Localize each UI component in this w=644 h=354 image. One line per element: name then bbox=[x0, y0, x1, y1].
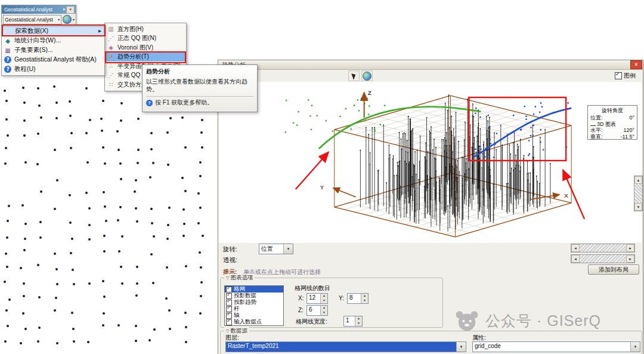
data-point bbox=[168, 207, 171, 209]
y-gridlines-spinner[interactable]: 8 ▲▼ bbox=[347, 293, 369, 304]
perspective-label: 透视: bbox=[223, 256, 237, 264]
data-point bbox=[6, 236, 8, 239]
slider-up-icon[interactable]: ▲ bbox=[634, 176, 642, 184]
chart-option-输入数据点[interactable]: ✓输入数据点 bbox=[225, 319, 283, 325]
vertical-rotation-slider[interactable]: ▲▼ bbox=[634, 176, 643, 211]
menu-item-label: 探索数据(X) bbox=[15, 27, 48, 35]
attribute-dropdown[interactable]: grid_code ▼ bbox=[472, 341, 640, 352]
chevron-down-icon[interactable]: ▾ bbox=[73, 17, 75, 21]
data-point bbox=[56, 283, 58, 285]
toolbar-title: Geostatistical Analyst bbox=[4, 7, 61, 13]
data-point bbox=[104, 162, 106, 165]
geostatistical-analyst-menu-button[interactable]: Geostatistical Analyst ▾ bbox=[3, 15, 61, 24]
data-point bbox=[182, 235, 185, 237]
legend-row: 水平:120° bbox=[588, 127, 637, 134]
data-point bbox=[105, 220, 107, 222]
data-point bbox=[181, 116, 184, 119]
chevron-down-icon[interactable]: ▼ bbox=[630, 342, 640, 352]
subset-icon: ▦ bbox=[3, 47, 13, 54]
chevron-down-icon[interactable]: ▼ bbox=[283, 244, 293, 254]
data-point bbox=[37, 340, 39, 343]
data-point bbox=[24, 328, 27, 330]
globe-icon[interactable] bbox=[361, 70, 373, 81]
data-point bbox=[137, 162, 139, 164]
menu-item-tutorial[interactable]: ?教程(U) bbox=[2, 64, 104, 74]
spin-up-icon: ▲ bbox=[361, 294, 368, 298]
data-point bbox=[5, 100, 8, 102]
data-point bbox=[185, 341, 187, 343]
chart-options-list[interactable]: ✓格网✓投影数据✓投影趋势✓杆✓轴✓输入数据点 bbox=[224, 285, 284, 326]
pointer-tool-icon[interactable] bbox=[348, 70, 360, 81]
menu-item-normal-qq-plot[interactable]: ⋰正态 QQ 图(N) bbox=[105, 34, 186, 44]
chevron-down-icon: ▾ bbox=[58, 17, 60, 21]
menu-item-subset-features[interactable]: ▦子集要素(S)... bbox=[2, 45, 104, 55]
data-point bbox=[169, 117, 172, 119]
toolbar-titlebar[interactable]: Geostatistical Analyst ▾ × bbox=[2, 5, 76, 14]
menu-item-voronoi-map[interactable]: ◈Voronoi 图(V) bbox=[105, 43, 186, 53]
trend-3d-plot[interactable]: ZXY bbox=[219, 82, 642, 243]
collapse-arrow-icon[interactable]: ▽ bbox=[226, 329, 229, 334]
data-point bbox=[119, 206, 122, 208]
data-point bbox=[120, 119, 122, 122]
data-point bbox=[72, 328, 75, 330]
data-point bbox=[150, 132, 153, 134]
chevron-down-icon[interactable]: ▾ bbox=[63, 7, 65, 12]
dialog-close-button[interactable]: × bbox=[630, 60, 642, 69]
toolbar-close-button[interactable]: × bbox=[66, 6, 75, 14]
gridline-width-spinner[interactable]: 1 ▲▼ bbox=[343, 316, 363, 327]
data-point bbox=[117, 219, 119, 221]
collapse-arrow-icon[interactable]: ▽ bbox=[226, 276, 229, 281]
menu-item-trend-analysis[interactable]: ↗趋势分析(T) bbox=[105, 53, 186, 62]
rotate-mode-dropdown[interactable]: 位置 ▼ bbox=[259, 244, 293, 254]
data-point bbox=[22, 87, 24, 89]
menu-item-histogram[interactable]: ▥直方图(H) bbox=[105, 24, 186, 34]
data-point bbox=[149, 176, 151, 178]
data-point bbox=[85, 87, 88, 90]
menu-item-geostatistical-analyst-help[interactable]: ?Geostatistical Analyst 帮助(A) bbox=[2, 55, 104, 64]
data-point bbox=[88, 207, 91, 210]
trend-plot-area[interactable]: ZXY 旋转角度 位置:0°3D 图表水平:120°垂直:-11.5° bbox=[219, 82, 642, 243]
menu-item-explore-data[interactable]: 探索数据(X)▶ bbox=[2, 26, 104, 36]
data-point bbox=[5, 309, 8, 312]
rotation-slider[interactable]: ◄► bbox=[571, 244, 635, 253]
data-point bbox=[8, 298, 11, 301]
slider-left-icon[interactable]: ◄ bbox=[571, 244, 580, 252]
slider-down-icon[interactable]: ▼ bbox=[634, 203, 642, 211]
layer-dropdown[interactable]: RasterT_temp2021 ▼ bbox=[225, 341, 466, 352]
data-point bbox=[150, 208, 153, 210]
globe-tool-icon[interactable] bbox=[63, 15, 72, 24]
help-icon: ? bbox=[146, 100, 153, 106]
menu-item-geostatistical-wizard[interactable]: ◆地统计向导(W)... bbox=[2, 36, 104, 45]
submenu-arrow-icon: ▶ bbox=[98, 29, 101, 33]
data-point bbox=[40, 116, 42, 119]
spin-down-icon: ▼ bbox=[321, 310, 327, 315]
add-to-layout-button[interactable]: 添加到布局 bbox=[588, 264, 639, 275]
data-point bbox=[88, 238, 91, 241]
data-point bbox=[137, 118, 140, 120]
data-point bbox=[69, 221, 72, 224]
rotate-mode-value: 位置 bbox=[259, 244, 283, 254]
dialog-titlebar[interactable]: 趋势分析 × bbox=[218, 60, 643, 70]
perspective-slider[interactable]: ◄► bbox=[571, 254, 635, 263]
data-point bbox=[38, 104, 41, 107]
x-gridlines-spinner[interactable]: 12 ▲▼ bbox=[306, 293, 328, 304]
slider-left-icon[interactable]: ◄ bbox=[571, 255, 580, 263]
slider-right-icon[interactable]: ► bbox=[626, 244, 634, 252]
z-gridlines-spinner[interactable]: 6 ▲▼ bbox=[306, 305, 328, 316]
data-point bbox=[182, 208, 185, 211]
data-point bbox=[102, 100, 104, 102]
spin-up-icon: ▲ bbox=[321, 306, 327, 310]
data-point bbox=[54, 149, 56, 151]
checkbox-icon: ✓ bbox=[615, 72, 622, 79]
data-point bbox=[197, 222, 200, 224]
data-point bbox=[135, 294, 138, 297]
data-point bbox=[166, 131, 169, 134]
trend-analysis-tooltip: 趋势分析 以三维形式查看数据以便查看其方向趋势。 ? 按 F1 获取更多帮助。 bbox=[142, 64, 258, 112]
legend-checkbox[interactable]: ✓ 图例 bbox=[615, 72, 636, 80]
legend-title: 旋转角度 bbox=[588, 106, 637, 115]
data-point bbox=[199, 251, 201, 254]
data-point bbox=[22, 312, 24, 315]
data-point bbox=[118, 250, 120, 253]
slider-right-icon[interactable]: ► bbox=[626, 255, 634, 263]
chevron-down-icon[interactable]: ▼ bbox=[456, 342, 466, 352]
